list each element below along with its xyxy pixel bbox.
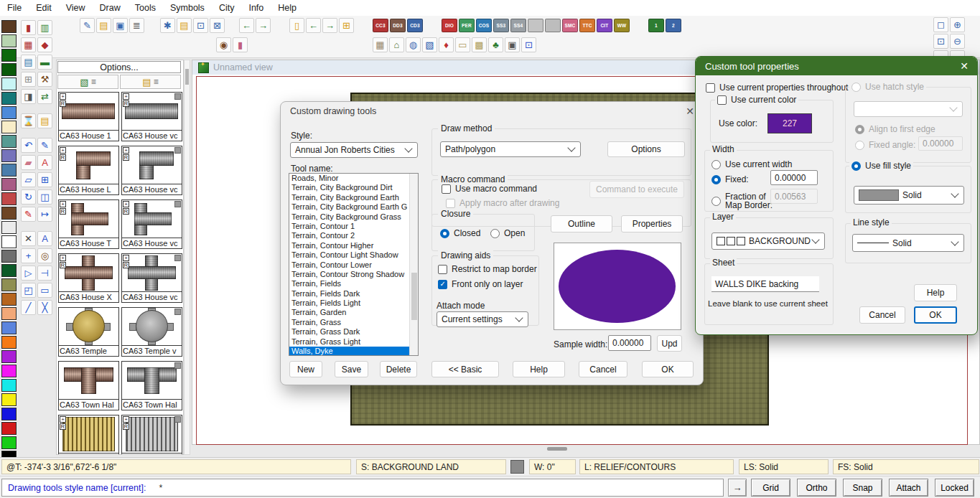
use-current-width-radio[interactable]: Use current width [711, 159, 792, 169]
sheets-icon[interactable]: ▤ [37, 113, 52, 128]
delete-button[interactable]: Delete [380, 361, 417, 377]
current-width-field[interactable]: W: 0" [529, 459, 576, 474]
close-icon[interactable]: ✕ [686, 105, 694, 117]
color-swatch[interactable] [1, 20, 17, 33]
fill-style-field[interactable]: FS: Solid [833, 459, 979, 474]
zoom-window-icon[interactable]: ◻ [933, 17, 948, 32]
properties-button[interactable]: Properties [621, 215, 683, 232]
current-sheet-field[interactable]: S: BACKGROUND LAND [356, 459, 506, 474]
catalog-button-cd3[interactable]: CD3 [407, 19, 423, 32]
color-swatch[interactable] [1, 336, 17, 349]
color-swatch[interactable] [1, 379, 17, 392]
color-swatch[interactable] [1, 135, 17, 148]
link-nodes-icon[interactable]: ⊞ [37, 172, 52, 187]
style-select[interactable]: Annual Jon Roberts Cities [290, 142, 418, 158]
catalog-options-button[interactable]: Options... [57, 61, 181, 73]
container-symbols-icon[interactable]: ▭ [455, 37, 470, 52]
text-style2-icon[interactable]: A [37, 231, 52, 246]
tool-item[interactable]: Terrain, Grass Dark [289, 327, 418, 337]
print-icon[interactable]: ≣ [129, 18, 144, 33]
tool-item[interactable]: Terrain, Grass [289, 318, 418, 327]
menu-help[interactable]: Help [271, 1, 304, 15]
save-button[interactable]: Save [335, 361, 368, 377]
menu-view[interactable]: View [59, 1, 93, 15]
catalog-picture-tab[interactable]: ▧≡ [57, 75, 118, 89]
menu-symbols[interactable]: Symbols [163, 1, 212, 15]
sheet-input[interactable]: WALLS DIKE backing [711, 276, 819, 292]
sign-tool-icon[interactable]: ▬ [37, 55, 52, 70]
toggle-ortho[interactable]: Ortho [797, 479, 836, 497]
catalog-button-ss4[interactable]: SS4 [510, 19, 526, 32]
use-fill-style-radio[interactable]: Use fill style [849, 161, 913, 171]
insert-file-icon[interactable]: ⊡ [193, 18, 208, 33]
catalog-button-1[interactable]: 1 [648, 19, 664, 32]
basic-button[interactable]: << Basic [431, 361, 499, 377]
rectangle-tool-icon[interactable]: ▭ [37, 283, 52, 298]
tool-item[interactable]: Terrain, Garden [289, 308, 418, 317]
road-tool-icon[interactable]: ▥ [37, 20, 52, 35]
command-input[interactable]: Drawing tools style name [current]: * [1, 479, 724, 497]
house-style-picker-icon[interactable]: ◨ [21, 89, 36, 104]
tool-item[interactable]: Terrain, Contour Strong Shadow [289, 270, 418, 279]
menu-info[interactable]: Info [241, 1, 271, 15]
color-swatch[interactable]: 227 [767, 113, 812, 133]
wall-texture-icon[interactable]: ▦ [373, 37, 388, 52]
text-style-icon[interactable]: A [37, 155, 52, 170]
help-button[interactable]: Help [513, 361, 565, 377]
color-swatch[interactable] [1, 436, 17, 449]
vehicle-symbols-icon[interactable]: ♦ [439, 37, 454, 52]
drawing-notes-icon[interactable]: ▤ [177, 18, 192, 33]
color-swatch[interactable] [1, 321, 17, 334]
tool-item[interactable]: Terrain, Fields [289, 279, 418, 288]
import-icon[interactable]: ← [239, 18, 254, 33]
ok-button[interactable]: OK [642, 361, 694, 377]
layers-icon[interactable]: ▤ [21, 55, 36, 70]
tool-item[interactable]: Terrain, City Background Earth [289, 193, 418, 202]
catalog-button-smc[interactable]: SMC [562, 19, 578, 32]
tool-item[interactable]: Terrain, Fields Dark [289, 289, 418, 299]
node-edit-icon[interactable]: + [21, 248, 36, 263]
crate-symbols-icon[interactable]: ▩ [472, 37, 487, 52]
attach-file-icon[interactable]: ⊠ [210, 18, 225, 33]
color-swatch[interactable] [1, 192, 17, 205]
symbol-cell[interactable]: +R [121, 415, 182, 455]
tool-item[interactable]: Terrain, Contour 1 [289, 222, 418, 231]
toggle-locked[interactable]: Locked [935, 479, 974, 497]
undo-icon[interactable]: ↶ [21, 138, 36, 153]
color-swatch[interactable] [1, 221, 17, 234]
copy-icon[interactable]: ▱ [21, 172, 36, 187]
color-swatch[interactable] [1, 34, 17, 47]
window-splitter[interactable] [547, 447, 567, 451]
color-swatch[interactable] [1, 422, 17, 435]
toggle-snap[interactable]: Snap [843, 479, 882, 497]
color-swatch[interactable] [1, 393, 17, 406]
corner-tool-icon[interactable]: ◰ [21, 283, 36, 298]
toggle-grid[interactable]: Grid [751, 479, 790, 497]
style-pen-icon[interactable]: ✎ [37, 138, 52, 153]
catalog-button-ss3[interactable]: SS3 [493, 19, 509, 32]
color-swatch[interactable] [1, 293, 17, 306]
hourglass-icon[interactable]: ⌛ [21, 113, 36, 128]
symbol-ca63-temple[interactable]: CA63 Temple [58, 307, 119, 357]
toggle-attach[interactable]: Attach [889, 479, 928, 497]
catalog-button-per[interactable]: PER [459, 19, 475, 32]
trim-icon[interactable]: ⊣ [37, 266, 52, 281]
tool-item[interactable]: Roads, Minor [289, 174, 418, 183]
export-icon[interactable]: → [256, 18, 271, 33]
symbol-ca63-house-1[interactable]: +RCA63 House 1 [58, 92, 119, 141]
tool-item[interactable]: Walls, Dyke [289, 347, 418, 356]
color-swatch[interactable] [1, 92, 17, 105]
tool-item[interactable]: Terrain, Contour 2 [289, 231, 418, 240]
map-view-icon[interactable]: ▧ [422, 37, 437, 52]
color-swatch[interactable] [1, 235, 17, 248]
select-region-icon[interactable]: ⊡ [521, 37, 536, 52]
color-swatch[interactable] [1, 408, 17, 421]
construction-tools-icon[interactable]: ⚒ [37, 72, 52, 87]
color-swatch[interactable] [1, 77, 17, 90]
current-layer-field[interactable]: L: RELIEF/CONTOURS [579, 459, 734, 474]
command-enter-button[interactable]: → [728, 479, 747, 497]
tool-item[interactable]: Terrain, City Background Dirt [289, 183, 418, 192]
catalog-settings-icon[interactable]: ⊞ [339, 18, 354, 33]
catalog-forward-icon[interactable]: → [322, 18, 337, 33]
fill-style-select[interactable]: Solid [854, 186, 964, 205]
